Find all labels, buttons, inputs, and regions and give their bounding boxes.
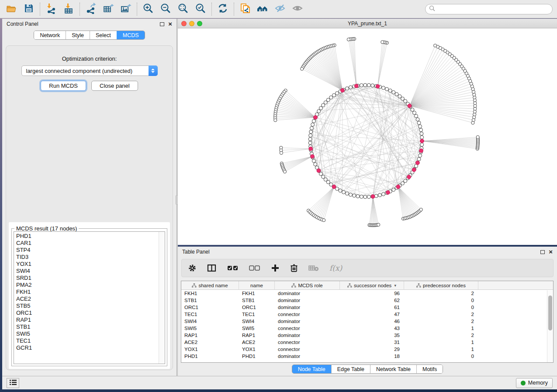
table-row[interactable]: SWI4SWI4dominator462 (181, 318, 553, 325)
ring-node[interactable] (392, 90, 395, 94)
mcds-node[interactable] (420, 139, 424, 143)
mcds-node[interactable] (419, 149, 423, 153)
column-header-shared-name[interactable]: shared name (181, 281, 239, 289)
mcds-list-scrollbar[interactable] (159, 232, 165, 364)
run-mcds-button[interactable]: Run MCDS (41, 81, 86, 91)
close-window-icon[interactable] (181, 21, 187, 26)
ring-node[interactable] (419, 154, 422, 157)
mcds-result-item[interactable]: STB1 (14, 323, 159, 330)
mcds-node[interactable] (332, 185, 336, 189)
ring-node[interactable] (339, 189, 342, 193)
mcds-node[interactable] (341, 89, 345, 93)
mcds-node[interactable] (309, 147, 313, 151)
ring-node[interactable] (404, 100, 407, 103)
ring-node[interactable] (360, 195, 363, 199)
delete-table-icon[interactable] (308, 265, 319, 272)
mcds-result-item[interactable]: PHD1 (14, 233, 159, 240)
table-tab-edge-table[interactable]: Edge Table (331, 365, 370, 373)
apply-preferred-layout-button[interactable] (216, 2, 230, 16)
ring-node[interactable] (324, 178, 327, 181)
mcds-node[interactable] (408, 104, 412, 108)
open-file-button[interactable] (4, 2, 18, 16)
column-header-successor-nodes[interactable]: successor nodes▾ (340, 281, 404, 289)
ring-node[interactable] (382, 86, 385, 89)
zoom-selected-button[interactable] (194, 2, 208, 16)
show-columns-icon[interactable] (207, 264, 217, 272)
ring-node[interactable] (353, 194, 356, 197)
column-header-name[interactable]: name (239, 281, 275, 289)
leaf-node[interactable] (381, 41, 384, 44)
optimization-criterion-select[interactable]: largest connected component (undirected) (21, 65, 158, 76)
network-canvas[interactable] (178, 28, 557, 245)
ring-node[interactable] (412, 111, 416, 114)
ring-node[interactable] (349, 193, 352, 196)
zoom-window-icon[interactable] (197, 21, 202, 26)
column-header-mcds-role[interactable]: MCDS role (275, 281, 340, 289)
ring-node[interactable] (312, 119, 315, 123)
table-row[interactable]: ORC1ORC1dominator610 (181, 304, 553, 311)
close-panel-icon[interactable]: × (549, 250, 553, 254)
first-neighbors-button[interactable] (256, 2, 270, 16)
zoom-out-button[interactable] (159, 2, 173, 16)
mcds-node[interactable] (314, 116, 318, 120)
column-header-predecessor-nodes[interactable]: predecessor nodes (404, 281, 478, 289)
ring-node[interactable] (326, 98, 330, 102)
export-table-button[interactable] (101, 2, 115, 16)
ring-node[interactable] (392, 188, 395, 192)
ring-node[interactable] (395, 93, 398, 96)
leaf-node[interactable] (301, 67, 304, 70)
ring-node[interactable] (311, 123, 315, 126)
show-all-button[interactable] (291, 2, 304, 16)
mcds-result-item[interactable]: SWI4 (14, 268, 159, 275)
table-row[interactable]: PHD1PHD1dominator180 (181, 353, 553, 360)
save-session-button[interactable] (22, 2, 36, 16)
ring-node[interactable] (322, 175, 325, 179)
mcds-result-item[interactable]: YOX1 (14, 261, 159, 268)
tab-network[interactable]: Network (34, 31, 66, 39)
float-panel-icon[interactable] (160, 22, 164, 26)
ring-node[interactable] (417, 121, 421, 124)
mcds-node[interactable] (396, 185, 400, 189)
ring-node[interactable] (378, 193, 381, 197)
ring-node[interactable] (419, 125, 422, 128)
leaf-node[interactable] (283, 170, 286, 173)
table-tab-node-table[interactable]: Node Table (292, 365, 331, 373)
mcds-node[interactable] (317, 168, 321, 172)
mcds-result-item[interactable]: STP4 (14, 247, 159, 254)
import-network-button[interactable] (44, 2, 58, 16)
zoom-fit-button[interactable] (176, 2, 190, 16)
ring-node[interactable] (415, 114, 418, 118)
table-row[interactable]: ACE2ACE2connector311 (181, 339, 553, 346)
table-row[interactable]: RAP1RAP1dominator352 (181, 332, 553, 339)
hide-selected-button[interactable] (273, 2, 287, 16)
ring-node[interactable] (388, 89, 392, 93)
function-builder-icon[interactable]: f(x) (329, 264, 342, 272)
mcds-result-item[interactable]: STB5 (14, 303, 159, 309)
mcds-node[interactable] (412, 168, 416, 172)
leaf-node[interactable] (347, 38, 350, 41)
mcds-result-item[interactable]: FKH1 (14, 289, 159, 296)
task-history-button[interactable] (7, 378, 19, 388)
close-panel-icon[interactable]: × (168, 22, 172, 26)
ring-node[interactable] (356, 195, 360, 198)
export-image-button[interactable] (119, 2, 133, 16)
ring-node[interactable] (420, 132, 423, 135)
ring-node[interactable] (345, 87, 349, 90)
mcds-result-item[interactable]: RAP1 (14, 316, 159, 323)
mcds-node[interactable] (376, 84, 380, 88)
leaf-node[interactable] (377, 223, 380, 226)
leaf-node[interactable] (280, 151, 283, 155)
mcds-result-list[interactable]: PHD1CAR1STP4TID3YOX1SWI4SRD1PMA2FKH1ACE2… (14, 231, 165, 364)
ring-node[interactable] (322, 103, 325, 107)
table-scrollbar[interactable] (547, 290, 553, 362)
ring-node[interactable] (326, 180, 330, 184)
table-tab-motifs[interactable]: Motifs (416, 365, 443, 373)
memory-button[interactable]: Memory (516, 378, 553, 388)
table-row[interactable]: FKH1FKH1dominator962 (181, 290, 553, 297)
ring-node[interactable] (385, 87, 389, 91)
mcds-result-item[interactable]: ACE2 (14, 296, 159, 303)
ring-node[interactable] (349, 86, 352, 89)
mcds-result-item[interactable]: PMA2 (14, 282, 159, 289)
mcds-result-item[interactable]: TID3 (14, 254, 159, 261)
table-row[interactable]: STB1STB1dominator620 (181, 297, 553, 304)
